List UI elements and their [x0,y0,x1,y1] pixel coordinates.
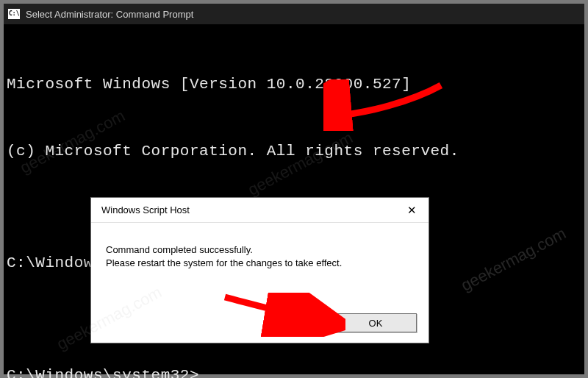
terminal-line: Microsoft Windows [Version 10.0.22000.52… [7,74,581,96]
cmd-icon [8,9,20,19]
terminal-line: (c) Microsoft Corporation. All rights re… [7,140,581,163]
ok-button[interactable]: OK [334,313,417,332]
dialog-message-line: Please restart the system for the change… [106,257,414,270]
dialog-message-line: Command completed successfully. [106,243,414,257]
dialog-body: Command completed successfully. Please r… [91,223,429,270]
dialog-title: Windows Script Host [101,204,190,215]
terminal-line: C:\Windows\system32> [7,365,581,378]
dialog-footer: OK [334,313,417,332]
window-titlebar[interactable]: Select Administrator: Command Prompt [4,4,584,24]
close-icon[interactable]: ✕ [395,198,429,223]
script-host-dialog: Windows Script Host ✕ Command completed … [90,197,429,343]
window-title: Select Administrator: Command Prompt [26,9,193,20]
dialog-titlebar[interactable]: Windows Script Host ✕ [91,198,429,223]
